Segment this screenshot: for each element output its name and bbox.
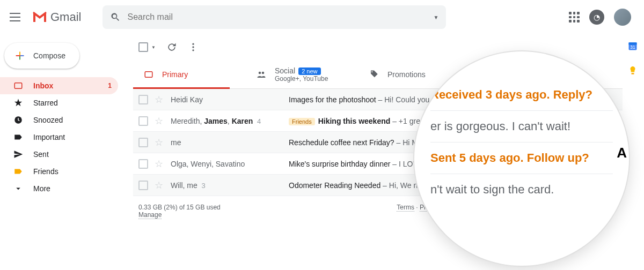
label-icon (13, 132, 24, 142)
sidebar-item-label: Starred (33, 99, 112, 107)
plus-icon (14, 50, 26, 62)
sender: Will, me 3 (171, 181, 289, 190)
svg-text:31: 31 (630, 44, 635, 50)
google-apps-icon[interactable] (569, 12, 580, 22)
star-icon[interactable]: ☆ (155, 158, 163, 170)
clock-icon (13, 115, 24, 125)
search-icon (110, 12, 121, 22)
sidebar-item-label: Snoozed (33, 116, 112, 124)
star-icon (13, 98, 24, 108)
new-badge: 2 new (298, 68, 320, 75)
sidebar-item-label: Friends (33, 167, 112, 176)
gmail-icon (32, 11, 47, 23)
sender: Meredith, James, Karen 4 (171, 117, 289, 125)
search-input[interactable] (127, 12, 433, 22)
select-dropdown-icon[interactable]: ▼ (151, 45, 156, 50)
svg-point-7 (262, 71, 265, 74)
compose-label: Compose (33, 51, 65, 60)
header-actions: ◔ (569, 9, 635, 26)
svg-point-2 (192, 43, 194, 45)
select-all-checkbox[interactable] (138, 42, 148, 52)
tab-label: Primary (162, 70, 188, 79)
sidebar: Compose Inbox1StarredSnoozedImportantSen… (0, 34, 123, 197)
sidebar-item-sent[interactable]: Sent (0, 146, 118, 163)
inbox-icon (13, 80, 24, 91)
label-chip: Friends (289, 118, 315, 125)
svg-point-3 (192, 46, 194, 48)
app-header: Gmail ▼ ◔ (0, 0, 644, 34)
row-checkbox[interactable] (138, 181, 148, 190)
main-menu-button[interactable] (9, 11, 21, 24)
sidebar-item-count: 1 (108, 82, 112, 89)
send-icon (13, 149, 24, 160)
sidebar-item-label: More (33, 184, 112, 193)
tag-icon (369, 70, 379, 79)
sidebar-item-label: Inbox (33, 81, 108, 90)
gmail-logo[interactable]: Gmail (32, 10, 81, 24)
svg-rect-5 (145, 71, 152, 77)
account-avatar[interactable] (614, 9, 631, 26)
sidebar-item-friends[interactable]: Friends (0, 163, 118, 180)
tab-label: Promotions (387, 70, 426, 79)
keep-icon[interactable] (627, 65, 638, 76)
search-box[interactable]: ▼ (103, 5, 446, 29)
nudge-sent: Sent 5 days ago. Follow up? (430, 142, 613, 174)
people-icon (257, 70, 266, 79)
storage-text: 0.33 GB (2%) of 15 GB used (138, 204, 221, 211)
sender: Heidi Kay (171, 95, 289, 104)
row-checkbox[interactable] (138, 95, 148, 104)
cutoff-letter: A (617, 145, 627, 161)
sidebar-item-label: Sent (33, 150, 112, 159)
tab-primary[interactable]: Primary (133, 60, 246, 88)
more-icon[interactable] (188, 42, 199, 52)
svg-rect-11 (632, 73, 634, 74)
tab-label: Social (275, 66, 295, 75)
compose-button[interactable]: Compose (4, 43, 79, 69)
search-options-dropdown-icon[interactable]: ▼ (434, 14, 439, 20)
row-checkbox[interactable] (138, 138, 148, 147)
snippet-line: n't wait to sign the card. (430, 174, 613, 205)
svg-point-4 (192, 49, 194, 51)
gmail-wordmark: Gmail (50, 10, 81, 24)
sidebar-item-inbox[interactable]: Inbox1 (0, 77, 118, 94)
sidebar-item-snoozed[interactable]: Snoozed (0, 111, 118, 129)
refresh-icon[interactable] (166, 42, 177, 52)
calendar-icon[interactable]: 31 (627, 41, 638, 51)
sidebar-item-label: Important (33, 133, 112, 141)
magnifier-overlay: Received 3 days ago. Reply? er is gorgeo… (414, 51, 629, 266)
row-checkbox[interactable] (138, 159, 148, 169)
friends-icon (13, 166, 24, 177)
manage-storage-link[interactable]: Manage (138, 211, 162, 219)
sidebar-item-starred[interactable]: Starred (0, 94, 118, 111)
star-icon[interactable]: ☆ (155, 94, 163, 106)
svg-rect-0 (14, 83, 22, 89)
snippet-line: er is gorgeous. I can't wait! (430, 111, 613, 142)
more-icon (13, 183, 24, 194)
notifications-icon[interactable]: ◔ (589, 10, 604, 25)
sender: me (171, 138, 289, 147)
tab-subtitle: Google+, YouTube (275, 75, 328, 82)
star-icon[interactable]: ☆ (155, 137, 163, 148)
star-icon[interactable]: ☆ (155, 179, 163, 191)
inbox-icon (144, 70, 153, 79)
sidebar-item-important[interactable]: Important (0, 129, 118, 146)
sender: Olga, Wenyi, Savatino (171, 160, 289, 168)
star-icon[interactable]: ☆ (155, 115, 163, 127)
nudge-received: Received 3 days ago. Reply? (430, 79, 613, 110)
sidebar-item-more[interactable]: More (0, 180, 118, 197)
thread-count: 4 (255, 117, 261, 125)
row-checkbox[interactable] (138, 116, 148, 126)
terms-link[interactable]: Terms (397, 204, 414, 212)
thread-count: 3 (200, 182, 206, 190)
tab-social[interactable]: Social2 new Google+, YouTube (246, 60, 358, 88)
side-panel: 31 (625, 41, 641, 76)
svg-point-6 (259, 71, 261, 74)
